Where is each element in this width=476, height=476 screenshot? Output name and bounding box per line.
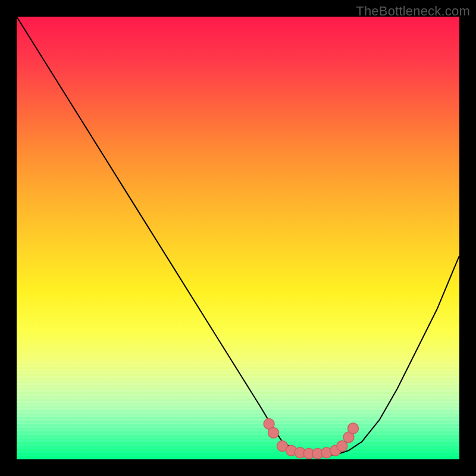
chart-stage: TheBottleneck.com [0, 0, 476, 476]
plot-area [17, 17, 459, 459]
marker-dot-11 [348, 423, 359, 434]
curve-svg [17, 17, 459, 459]
marker-dot-9 [337, 441, 347, 452]
marker-layer [264, 419, 358, 459]
marker-dot-1 [268, 427, 279, 438]
bottleneck-curve-path [17, 17, 459, 455]
